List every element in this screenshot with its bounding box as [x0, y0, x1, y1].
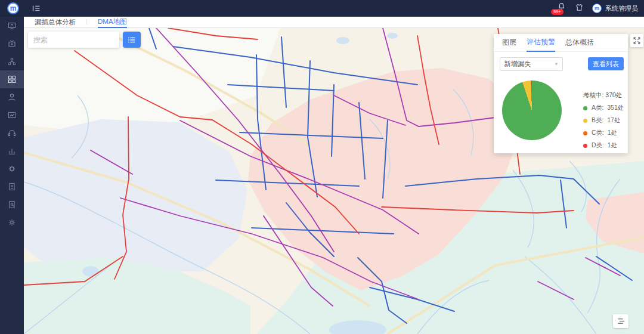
map-layers-button[interactable] [613, 314, 628, 328]
sidebar-collapse-icon[interactable] [31, 3, 42, 16]
user-avatar: m [592, 4, 602, 13]
headset-icon [7, 128, 17, 138]
list-icon [127, 35, 137, 45]
sidebar-item-gear-badge[interactable] [0, 160, 24, 178]
user-icon [7, 92, 17, 102]
sidebar-item-trend-box[interactable] [0, 106, 24, 124]
sidebar-item-document-list[interactable] [0, 178, 24, 196]
theme-skin-icon[interactable] [575, 3, 584, 14]
legend-item-B类[interactable]: B类: 17处 [583, 116, 624, 125]
warning-type-value: 新增漏失 [504, 60, 531, 69]
app-logo: m [7, 2, 19, 14]
sidebar-item-headset[interactable] [0, 124, 24, 142]
gear-badge-icon [7, 164, 17, 174]
tab-separator [86, 19, 87, 25]
legend-title: 考核中: 370处 [583, 91, 624, 100]
map-search: ✕ [28, 32, 119, 48]
layers-icon [617, 317, 626, 325]
sidebar-nav [0, 17, 24, 334]
monitor-alert-icon [7, 39, 17, 48]
notification-bell-icon[interactable]: 99+ [557, 2, 566, 15]
bar-chart-icon [7, 146, 17, 156]
trend-box-icon [7, 110, 17, 120]
chevron-down-icon: ▼ [554, 61, 559, 67]
legend-dot [583, 106, 587, 110]
pie-legend: 考核中: 370处A类: 351处B类: 17处C类: 1处D类: 1处 [583, 91, 624, 154]
panel-tabbar: 图层 评估预警 总体概括 [494, 34, 628, 52]
panel-tab-overview[interactable]: 总体概括 [565, 34, 594, 52]
document-audit-icon [7, 200, 17, 209]
search-input[interactable] [28, 36, 129, 44]
sidebar-item-screen-share[interactable] [0, 17, 24, 35]
settings-gear-icon [7, 218, 17, 227]
tab-leak-analysis[interactable]: 漏损总体分析 [35, 17, 76, 28]
document-list-icon [7, 182, 17, 191]
warning-type-select[interactable]: 新增漏失 ▼ [500, 57, 563, 71]
screen-share-icon [7, 21, 17, 30]
legend-text: D类: 1处 [592, 141, 617, 150]
sidebar-item-document-audit[interactable] [0, 196, 24, 214]
sidebar-item-monitor-alert[interactable] [0, 35, 24, 52]
dashboard-grid-icon [7, 75, 17, 84]
sidebar-item-dashboard-grid[interactable] [0, 70, 24, 88]
legend-item-D类[interactable]: D类: 1处 [583, 141, 624, 150]
panel-tab-assessment-warning[interactable]: 评估预警 [527, 34, 555, 52]
page-tabbar: 漏损总体分析 DMA地图 [24, 17, 644, 28]
assessment-pie-chart[interactable] [502, 81, 562, 140]
view-list-button[interactable]: 查看列表 [588, 57, 624, 70]
legend-dot [583, 131, 587, 135]
sidebar-item-user[interactable] [0, 88, 24, 106]
org-chart-icon [7, 57, 17, 66]
legend-text: A类: 351处 [592, 104, 624, 112]
legend-dot [583, 119, 587, 123]
panel-tab-layers[interactable]: 图层 [502, 34, 516, 52]
topbar: m 99+ m 系统管理员 [0, 0, 644, 17]
legend-item-A类[interactable]: A类: 351处 [583, 104, 624, 112]
legend-dot [583, 144, 587, 148]
legend-text: B类: 17处 [592, 116, 620, 125]
sidebar-item-org-chart[interactable] [0, 52, 24, 70]
sidebar-item-settings-gear[interactable] [0, 214, 24, 231]
user-menu[interactable]: m 系统管理员 [592, 4, 638, 13]
notification-badge: 99+ [551, 9, 564, 15]
user-name: 系统管理员 [605, 4, 638, 13]
assessment-panel: 图层 评估预警 总体概括 新增漏失 ▼ 查看列表 考核中: 370处A类: 35… [494, 34, 628, 153]
legend-item-C类[interactable]: C类: 1处 [583, 129, 624, 137]
result-list-button[interactable] [123, 32, 141, 48]
fullscreen-icon [633, 36, 641, 45]
legend-text: C类: 1处 [592, 129, 617, 137]
fullscreen-button[interactable] [630, 34, 643, 47]
tab-dma-map[interactable]: DMA地图 [98, 17, 127, 28]
sidebar-item-bar-chart[interactable] [0, 142, 24, 160]
